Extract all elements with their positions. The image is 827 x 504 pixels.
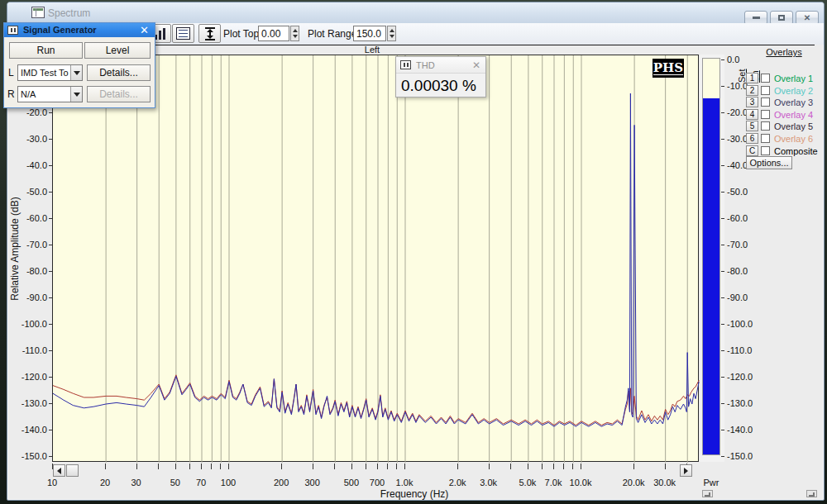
run-button[interactable]: Run bbox=[9, 42, 83, 59]
spectrum-app-icon bbox=[31, 7, 45, 18]
y-tick bbox=[49, 350, 52, 351]
overlay-set-button-c[interactable]: C bbox=[746, 145, 758, 156]
x-tick-label: 100 bbox=[209, 478, 247, 487]
fit-vertical-scale-button[interactable] bbox=[198, 24, 221, 43]
spectrum-plot[interactable] bbox=[52, 55, 699, 462]
left-signal-type-combobox[interactable]: IMD Test To bbox=[17, 64, 83, 81]
y-tick bbox=[49, 192, 52, 193]
splitter-grip-right[interactable] bbox=[806, 490, 817, 497]
y-tick-label: -90.0 bbox=[14, 292, 47, 302]
overlay-on-checkbox-5[interactable] bbox=[761, 121, 770, 131]
y-tick bbox=[721, 430, 724, 430]
arrow-left-icon bbox=[57, 468, 61, 474]
overlay-label: Overlay 5 bbox=[774, 121, 813, 131]
thd-value: 0.00030 % bbox=[401, 77, 476, 95]
desktop: { "window": { "title": "Spectrum", "tool… bbox=[0, 0, 827, 504]
thd-title: THD bbox=[416, 60, 435, 70]
y-tick-label: -130.0 bbox=[727, 398, 753, 408]
scrollbar-thumb[interactable] bbox=[66, 464, 79, 477]
overlays-title: Overlays bbox=[751, 47, 817, 57]
x-tick bbox=[189, 464, 190, 469]
chevron-down-icon[interactable] bbox=[70, 65, 82, 80]
signal-generator-close-icon[interactable]: ✕ bbox=[140, 24, 149, 36]
plot-range-spinner[interactable] bbox=[387, 26, 396, 41]
x-tick bbox=[211, 464, 212, 469]
x-tick bbox=[377, 464, 378, 469]
y-tick bbox=[721, 192, 724, 193]
scrollbar-left-arrow[interactable] bbox=[53, 464, 65, 477]
x-tick bbox=[396, 464, 397, 469]
x-tick bbox=[633, 464, 634, 469]
y-tick-label: -30.0 bbox=[14, 134, 47, 144]
plot-top-input[interactable] bbox=[258, 26, 289, 41]
y-tick bbox=[49, 112, 52, 113]
y-tick-label: -20.0 bbox=[727, 107, 748, 117]
y-tick-label: -60.0 bbox=[727, 213, 748, 223]
signal-generator-dialog[interactable]: Signal Generator ✕ Run Level L IMD Test … bbox=[3, 22, 155, 108]
thd-title-bar[interactable]: THD ✕ bbox=[396, 57, 485, 74]
y-tick bbox=[49, 377, 52, 378]
y-tick-label: -40.0 bbox=[14, 160, 47, 170]
x-tick bbox=[175, 464, 176, 469]
overlay-on-checkbox-c[interactable] bbox=[761, 146, 770, 155]
chevron-down-icon[interactable] bbox=[70, 87, 82, 102]
overlay-on-checkbox-1[interactable] bbox=[761, 74, 770, 83]
left-channel-label: L bbox=[8, 67, 14, 78]
y-tick bbox=[721, 59, 724, 60]
y-tick-label: -100.0 bbox=[727, 319, 753, 329]
y-tick-label: -120.0 bbox=[727, 372, 753, 382]
overlay-on-checkbox-2[interactable] bbox=[761, 86, 770, 95]
splitter-grip-left[interactable] bbox=[702, 490, 713, 497]
overlay-on-checkbox-3[interactable] bbox=[761, 97, 770, 107]
overlay-label: Overlay 6 bbox=[774, 134, 813, 144]
overlay-on-checkbox-6[interactable] bbox=[761, 134, 770, 143]
vertical-fit-icon bbox=[204, 27, 216, 40]
overlay-set-button-4[interactable]: 4 bbox=[746, 109, 758, 120]
display-properties-button[interactable] bbox=[172, 24, 194, 43]
y-tick-label: -100.0 bbox=[14, 319, 47, 329]
x-tick bbox=[387, 464, 388, 469]
signal-generator-title-bar[interactable]: Signal Generator ✕ bbox=[4, 23, 155, 37]
x-tick-label: 300 bbox=[294, 478, 332, 487]
plot-top-spinner[interactable] bbox=[290, 26, 299, 41]
power-level-fill bbox=[703, 98, 719, 454]
x-tick bbox=[510, 464, 511, 469]
left-details-button[interactable]: Details... bbox=[87, 64, 151, 81]
y-tick bbox=[49, 324, 52, 325]
y-tick-label: -130.0 bbox=[14, 398, 47, 408]
y-tick bbox=[721, 271, 724, 272]
y-tick bbox=[49, 165, 52, 166]
plot-range-input[interactable] bbox=[353, 26, 386, 41]
y-tick-label: -110.0 bbox=[14, 345, 47, 355]
thd-window[interactable]: THD ✕ 0.00030 % bbox=[395, 56, 486, 97]
x-tick bbox=[281, 464, 282, 469]
overlay-set-button-3[interactable]: 3 bbox=[746, 97, 758, 107]
overlay-label: Overlay 3 bbox=[774, 97, 813, 107]
y-tick bbox=[49, 403, 52, 404]
right-signal-type-combobox[interactable]: N/A bbox=[17, 86, 83, 102]
blue-trace bbox=[53, 93, 699, 426]
overlay-set-button-6[interactable]: 6 bbox=[746, 133, 758, 144]
y-tick-label: -50.0 bbox=[14, 187, 47, 197]
minimize-icon bbox=[753, 17, 760, 19]
y-tick-label: -150.0 bbox=[727, 451, 753, 461]
right-details-button: Details... bbox=[87, 86, 151, 102]
y-tick bbox=[721, 139, 724, 140]
scrollbar-right-arrow[interactable] bbox=[680, 464, 692, 477]
overlay-set-button-1[interactable]: 1 bbox=[746, 73, 758, 83]
y-tick bbox=[49, 456, 52, 457]
y-tick-label: -70.0 bbox=[14, 240, 47, 250]
title-bar[interactable]: Spectrum ✕ bbox=[7, 2, 824, 23]
y-tick-label: -20.0 bbox=[14, 107, 47, 117]
thd-close-icon[interactable]: ✕ bbox=[472, 59, 480, 71]
overlay-set-button-2[interactable]: 2 bbox=[746, 85, 758, 96]
overlay-label: Overlay 1 bbox=[774, 74, 813, 83]
y-tick-label: -80.0 bbox=[727, 266, 748, 276]
overlay-options-button[interactable]: Options... bbox=[746, 156, 792, 169]
level-button[interactable]: Level bbox=[84, 42, 151, 59]
x-tick bbox=[572, 464, 573, 469]
right-signal-type-value: N/A bbox=[21, 89, 69, 99]
overlay-set-button-5[interactable]: 5 bbox=[746, 121, 758, 131]
x-tick-label: 30 bbox=[117, 478, 155, 487]
overlay-on-checkbox-4[interactable] bbox=[761, 110, 770, 119]
